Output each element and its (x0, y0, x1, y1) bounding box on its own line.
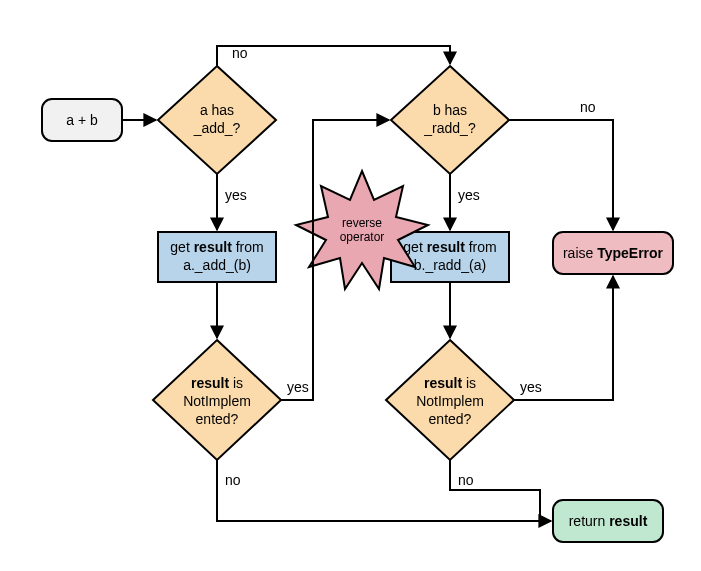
decision-result-notimpl-right: result is NotImplem ented? (386, 340, 514, 460)
flowchart-diagram: a + b a has _add_? b has _radd_? get res… (0, 0, 701, 571)
decision-a-has-add: a has _add_? (158, 66, 276, 174)
decision-b-has-radd: b has _radd_? (391, 66, 509, 174)
err-text: raise TypeError (563, 245, 664, 261)
d1-yes-label: yes (225, 187, 247, 203)
start-label: a + b (66, 112, 98, 128)
star-line2: operator (340, 230, 385, 244)
d1-line1: a has (200, 102, 234, 118)
d1-line2: _add_? (193, 120, 241, 136)
node-start: a + b (42, 99, 122, 141)
d3-line2: NotImplem (183, 393, 251, 409)
edge-d1-no-d2 (217, 46, 450, 66)
process-get-result-add: get result from a._add_(b) (158, 232, 276, 282)
p1-line1: get result from (170, 239, 263, 255)
decision-result-notimpl-left: result is NotImplem ented? (153, 340, 281, 460)
edge-d2-no-err (509, 120, 613, 230)
node-return-result: return result (553, 500, 663, 542)
p2-line2: b._radd_(a) (414, 257, 486, 273)
d2-line2: _radd_? (423, 120, 476, 136)
p1-line2: a._add_(b) (183, 257, 251, 273)
d4-line3: ented? (429, 411, 472, 427)
d3-no-label: no (225, 472, 241, 488)
d3-yes-label: yes (287, 379, 309, 395)
d4-line2: NotImplem (416, 393, 484, 409)
p2-line1: get result from (403, 239, 496, 255)
star-line1: reverse (342, 216, 382, 230)
ret-text: return result (569, 513, 648, 529)
d4-no-label: no (458, 472, 474, 488)
d3-line3: ented? (196, 411, 239, 427)
edge-d4-no-return (450, 460, 540, 521)
d2-line1: b has (433, 102, 467, 118)
node-raise-typeerror: raise TypeError (553, 232, 673, 274)
d1-no-label: no (232, 45, 248, 61)
d4-line1: result is (424, 375, 476, 391)
d2-yes-label: yes (458, 187, 480, 203)
d3-line1: result is (191, 375, 243, 391)
d2-no-label: no (580, 99, 596, 115)
d4-yes-label: yes (520, 379, 542, 395)
